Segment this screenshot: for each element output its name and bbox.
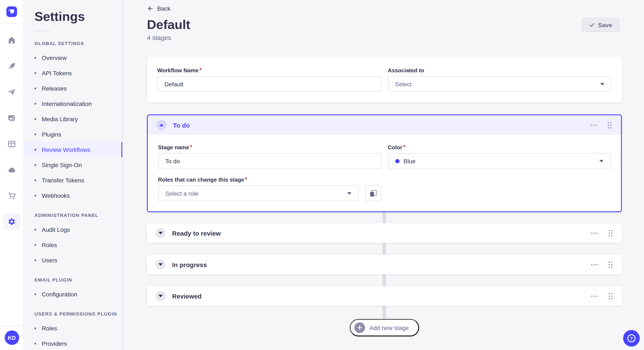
rail-nav: [3, 31, 20, 230]
rail-bottom: KD: [0, 326, 24, 350]
expand-stage-button[interactable]: [156, 291, 166, 301]
bullet-icon: [34, 244, 36, 246]
stage-name-input[interactable]: [158, 153, 381, 169]
shopping-cart-icon[interactable]: [3, 187, 20, 204]
bullet-icon: [34, 134, 36, 135]
required-asterisk: *: [403, 144, 405, 150]
stage-card-in-progress[interactable]: In progress: [147, 255, 622, 274]
bullet-icon: [34, 164, 36, 166]
sidebar-item-admin-roles[interactable]: Roles: [24, 237, 122, 253]
sidebar-item-overview[interactable]: Overview: [24, 50, 122, 65]
stage-card-reviewed[interactable]: Reviewed: [147, 286, 622, 306]
bullet-icon: [34, 293, 36, 295]
workflow-name-label: Workflow Name*: [157, 67, 381, 74]
stage-more-menu-button[interactable]: [590, 123, 598, 127]
stage-count: 4 stages: [147, 34, 644, 41]
sidebar-item-up-roles[interactable]: Roles: [24, 321, 122, 336]
associated-to-select[interactable]: Select: [388, 76, 612, 92]
required-asterisk: *: [190, 144, 192, 150]
stage-name-label: Stage name*: [158, 144, 381, 151]
sidebar-item-audit-logs[interactable]: Audit Logs: [24, 222, 122, 237]
stage-roles-field: Roles that can change this stage* Select…: [158, 176, 381, 201]
sidebar-item-review-workflows[interactable]: Review Workflows: [24, 142, 122, 157]
duplicate-stage-button[interactable]: [365, 185, 381, 201]
feather-pen-icon[interactable]: [3, 57, 20, 74]
sidebar-item-internationalization[interactable]: Internationalization: [24, 96, 122, 111]
section-users-permissions-plugin: USERS & PERMISSIONS PLUGIN: [24, 311, 122, 316]
bullet-icon: [34, 118, 36, 120]
page-title: Default: [147, 17, 644, 32]
sidebar-item-plugins[interactable]: Plugins: [24, 127, 122, 142]
required-asterisk: *: [245, 176, 247, 182]
roles-label: Roles that can change this stage*: [158, 176, 381, 183]
app-root: KD Settings GLOBAL SETTINGS Overview API…: [0, 0, 644, 350]
color-label: Color*: [388, 144, 611, 151]
workflow-name-input[interactable]: [157, 76, 381, 92]
strapi-logo-icon: [6, 6, 17, 17]
bullet-icon: [34, 103, 36, 105]
save-button[interactable]: Save: [582, 18, 619, 32]
chevron-down-icon: [600, 83, 604, 85]
cloud-icon[interactable]: [3, 161, 20, 178]
sidebar-item-api-tokens[interactable]: API Tokens: [24, 65, 122, 81]
sidebar-item-single-sign-on[interactable]: Single Sign-On: [24, 157, 122, 173]
expand-stage-button[interactable]: [156, 259, 166, 270]
bullet-icon: [34, 343, 36, 345]
stage-drag-handle[interactable]: [608, 229, 613, 237]
stage-card-ready-to-review[interactable]: Ready to review: [147, 223, 622, 243]
add-new-stage-button[interactable]: Add new stage: [350, 319, 419, 336]
bullet-icon: [34, 72, 36, 74]
stage-color-field: Color* Blue: [388, 144, 611, 169]
sidebar-item-releases[interactable]: Releases: [24, 81, 122, 96]
arrow-left-icon: [147, 5, 154, 12]
stage-drag-handle[interactable]: [608, 292, 613, 300]
user-avatar[interactable]: KD: [4, 331, 19, 345]
check-icon: [589, 22, 595, 28]
chevron-up-icon: [159, 124, 164, 126]
stage-title: To do: [173, 121, 190, 129]
bullet-icon: [34, 149, 36, 151]
roles-select[interactable]: Select a role: [158, 185, 358, 201]
expand-stage-button[interactable]: [156, 228, 166, 238]
plus-icon: [354, 322, 365, 333]
chevron-down-icon: [158, 295, 163, 297]
section-administration-panel: ADMINISTRATION PANEL: [24, 213, 122, 218]
stage-header-to-do[interactable]: To do: [148, 115, 621, 135]
layout-icon[interactable]: [3, 135, 20, 152]
sidebar-item-configuration[interactable]: Configuration: [24, 287, 122, 302]
settings-sidebar: Settings GLOBAL SETTINGS Overview API To…: [24, 0, 123, 350]
bullet-icon: [34, 328, 36, 329]
sidebar-item-users[interactable]: Users: [24, 253, 122, 268]
chevron-down-icon: [599, 160, 604, 162]
help-button[interactable]: ?: [623, 330, 640, 347]
stage-title: In progress: [172, 261, 207, 268]
sidebar-item-webhooks[interactable]: Webhooks: [24, 188, 122, 203]
required-asterisk: *: [200, 67, 202, 73]
paper-plane-icon[interactable]: [3, 83, 20, 100]
icon-rail: KD: [0, 0, 24, 350]
bullet-icon: [34, 259, 36, 261]
strapi-logo[interactable]: [0, 0, 24, 24]
workflow-name-field: Workflow Name*: [157, 67, 381, 92]
stage-drag-handle[interactable]: [607, 121, 612, 129]
collapse-stage-button[interactable]: [156, 120, 166, 130]
associated-to-label: Associated to: [388, 67, 612, 74]
stage-drag-handle[interactable]: [608, 260, 613, 269]
home-icon[interactable]: [3, 31, 20, 48]
back-link[interactable]: Back: [147, 5, 170, 12]
stage-more-menu-button[interactable]: [590, 231, 598, 235]
pictures-icon[interactable]: [3, 109, 20, 126]
stage-more-menu-button[interactable]: [590, 262, 598, 267]
gear-icon[interactable]: [3, 213, 20, 230]
sidebar-item-media-library[interactable]: Media Library: [24, 111, 122, 127]
bullet-icon: [34, 229, 36, 230]
sidebar-item-providers[interactable]: Providers: [24, 336, 122, 350]
bullet-icon: [34, 88, 36, 89]
associated-to-field: Associated to Select: [388, 67, 612, 92]
stage-title: Ready to review: [172, 229, 221, 237]
stage-card-to-do: To do Stage name* Color* Blue: [147, 114, 622, 212]
stage-more-menu-button[interactable]: [590, 294, 598, 298]
color-select[interactable]: Blue: [388, 153, 611, 169]
color-swatch-blue: [395, 159, 399, 163]
sidebar-item-transfer-tokens[interactable]: Transfer Tokens: [24, 173, 122, 188]
